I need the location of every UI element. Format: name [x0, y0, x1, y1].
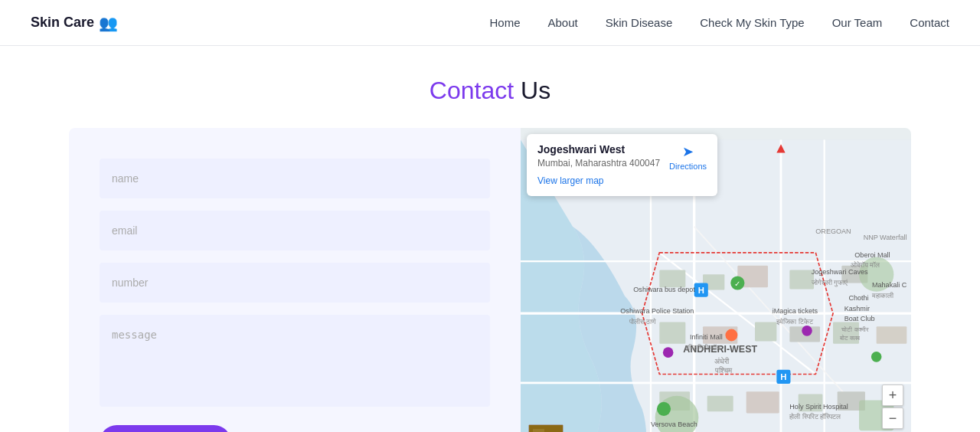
svg-text:Holy Spirit Hospital: Holy Spirit Hospital: [789, 403, 848, 411]
message-input[interactable]: [100, 315, 490, 407]
svg-text:इन्फिनिटी मॉल: इन्फिनिटी मॉल: [684, 344, 720, 352]
svg-text:H: H: [698, 286, 704, 295]
svg-text:Kashmir: Kashmir: [844, 305, 870, 313]
svg-text:Infiniti Mall: Infiniti Mall: [690, 333, 723, 341]
directions-button[interactable]: ➤ Directions: [669, 143, 707, 171]
svg-text:चोटी कश्मीर: चोटी कश्मीर: [841, 326, 868, 333]
page-title-highlight: Contact: [430, 77, 514, 104]
svg-text:Jogeshwari Caves: Jogeshwari Caves: [812, 268, 868, 276]
location-name: Jogeshwari West: [537, 143, 660, 155]
directions-icon: ➤: [682, 143, 694, 160]
svg-text:इमेजिका टिकेट: इमेजिका टिकेट: [776, 317, 814, 326]
svg-text:ओबेरॉय मॉल: ओबेरॉय मॉल: [851, 260, 880, 269]
svg-text:जोगेश्वरी गुफाएं: जोगेश्वरी गुफाएं: [811, 278, 848, 287]
svg-text:Oshiwara Police Station: Oshiwara Police Station: [620, 307, 694, 315]
svg-text:महाकाली: महाकाली: [871, 292, 894, 299]
page-title-rest: Us: [514, 77, 550, 104]
svg-text:Oshiwara bus depot: Oshiwara bus depot: [633, 286, 695, 293]
view-larger-map-link[interactable]: View larger map: [537, 175, 603, 186]
nav-about[interactable]: About: [548, 16, 578, 29]
main-content: Contact Us Send Message: [0, 46, 980, 432]
svg-text:Mahakali C: Mahakali C: [872, 281, 907, 289]
svg-text:Boat Club: Boat Club: [844, 315, 875, 322]
send-message-button[interactable]: Send Message: [100, 425, 231, 432]
svg-point-44: [802, 326, 812, 336]
page-title: Contact Us: [61, 77, 919, 105]
svg-text:OREGOAN: OREGOAN: [815, 227, 851, 235]
map-controls: + −: [882, 385, 903, 429]
svg-text:होली स्पिरिट हॉस्पिटल: होली स्पिरिट हॉस्पिटल: [789, 412, 841, 421]
svg-rect-10: [659, 270, 685, 288]
svg-text:Chothi: Chothi: [848, 294, 868, 302]
svg-rect-23: [746, 391, 779, 413]
svg-point-43: [725, 329, 737, 342]
nav-check-skin[interactable]: Check My Skin Type: [700, 16, 804, 29]
nav-contact[interactable]: Contact: [910, 16, 949, 29]
nav: Home About Skin Disease Check My Skin Ty…: [489, 16, 949, 29]
svg-point-42: [657, 402, 671, 416]
svg-point-46: [871, 352, 882, 362]
logo[interactable]: Skin Care 👥: [31, 14, 118, 32]
map-thumbnail: [528, 424, 564, 432]
map-popup-info: Jogeshwari West Mumbai, Maharashtra 4000…: [537, 143, 660, 187]
zoom-in-button[interactable]: +: [882, 385, 903, 406]
svg-text:NNP Waterfall: NNP Waterfall: [864, 234, 907, 241]
svg-text:पोलीस ठाणे: पोलीस ठाणे: [629, 317, 657, 326]
name-input[interactable]: [100, 159, 490, 198]
contact-layout: Send Message: [69, 128, 911, 432]
directions-label: Directions: [669, 162, 707, 171]
map-popup: Jogeshwari West Mumbai, Maharashtra 4000…: [527, 134, 717, 196]
svg-rect-15: [659, 322, 685, 344]
contact-form: Send Message: [69, 128, 521, 432]
svg-text:Versova Beach: Versova Beach: [651, 421, 697, 428]
svg-rect-20: [877, 326, 907, 344]
map-section: ANDHERI-WEST अंधेरी पश्चिम ANDHERI EAST …: [521, 128, 911, 432]
logo-icon: 👥: [99, 14, 118, 32]
svg-rect-17: [755, 322, 776, 342]
header: Skin Care 👥 Home About Skin Disease Chec…: [0, 0, 980, 46]
number-input[interactable]: [100, 263, 490, 303]
nav-skin-disease[interactable]: Skin Disease: [606, 16, 673, 29]
nav-home[interactable]: Home: [489, 16, 520, 29]
svg-rect-13: [789, 270, 814, 290]
svg-rect-22: [707, 396, 733, 411]
email-input[interactable]: [100, 211, 490, 250]
svg-text:iMagica tickets: iMagica tickets: [773, 307, 818, 315]
location-address: Mumbai, Maharashtra 400047: [537, 158, 660, 169]
svg-text:Oberoi Mall: Oberoi Mall: [854, 251, 890, 259]
svg-text:✓: ✓: [734, 280, 740, 288]
nav-our-team[interactable]: Our Team: [832, 16, 883, 29]
zoom-out-button[interactable]: −: [882, 407, 903, 429]
svg-point-45: [663, 347, 674, 358]
svg-text:H: H: [780, 372, 786, 381]
svg-rect-77: [533, 429, 544, 432]
svg-text:अंधेरी: अंधेरी: [714, 357, 730, 365]
svg-text:बोट क्लब: बोट क्लब: [839, 334, 861, 342]
logo-text: Skin Care: [31, 15, 94, 31]
